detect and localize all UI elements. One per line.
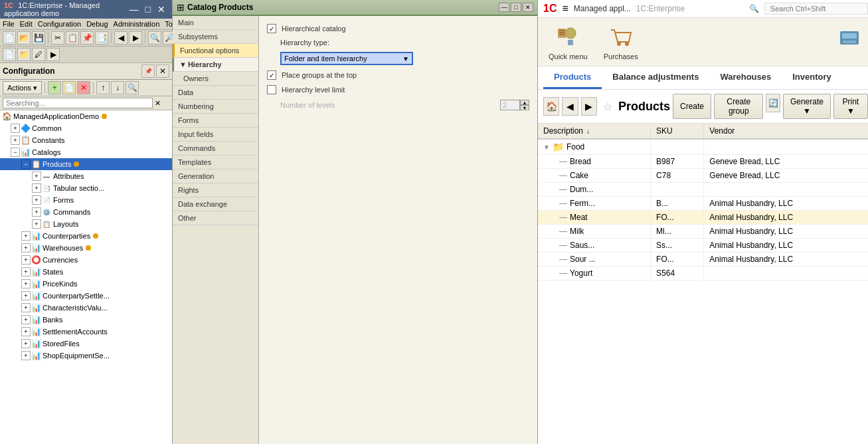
save-btn[interactable]: 💾 <box>32 31 45 45</box>
menu-administration[interactable]: Administration <box>114 20 160 28</box>
expand-counterpartysettle[interactable]: + <box>21 291 31 300</box>
tree-item-managed-app-demo[interactable]: 🏠 ManagedApplicationDemo <box>0 110 172 122</box>
search-btn[interactable]: 🔍 <box>148 31 161 45</box>
tab-subsystems[interactable]: Subsystems <box>173 30 258 44</box>
add-object-btn[interactable]: + <box>48 81 61 94</box>
expand-attributes[interactable]: + <box>32 171 41 181</box>
quick-menu-item[interactable]: Quick menu <box>549 23 588 60</box>
tb2-1[interactable]: 📄 <box>3 48 16 61</box>
create-group-btn[interactable]: Create group <box>714 94 763 119</box>
catalog-minimize-btn[interactable]: — <box>499 3 509 12</box>
expand-counterparties[interactable]: + <box>21 231 31 241</box>
tree-item-currencies[interactable]: + ⭕ Currencies <box>0 254 172 266</box>
tab-numbering[interactable]: Numbering <box>173 100 258 114</box>
place-groups-checkbox[interactable]: ✓ <box>267 70 276 80</box>
back-nav-btn[interactable]: ◀ <box>114 31 128 45</box>
close-btn[interactable]: ✕ <box>155 4 168 15</box>
generate-btn[interactable]: Generate ▼ <box>783 94 831 119</box>
open-btn[interactable]: 📂 <box>17 31 31 45</box>
tab-main[interactable]: Main <box>173 16 258 30</box>
tree-item-settlementaccounts[interactable]: + 📊 SettlementAccounts <box>0 326 172 338</box>
tree-item-commands-sub[interactable]: + ⚙️ Commands <box>0 206 172 218</box>
tab-owners[interactable]: Owners <box>173 72 258 86</box>
table-row[interactable]: — Bread B987 Geneve Bread, LLC <box>538 155 868 169</box>
nav-products-tab[interactable]: Products <box>543 66 602 89</box>
tb2-4[interactable]: ▶ <box>46 48 60 61</box>
hamburger-icon[interactable]: ≡ <box>562 3 568 15</box>
expand-characteristicvalu[interactable]: + <box>21 303 31 312</box>
tree-item-states[interactable]: + 📊 States <box>0 266 172 278</box>
create-btn[interactable]: Create <box>673 94 711 119</box>
tree-item-warehouses[interactable]: + 📊 Warehouses <box>0 242 172 254</box>
tb2-2[interactable]: 📁 <box>17 48 31 61</box>
menu-file[interactable]: File <box>3 20 15 28</box>
spin-down-btn[interactable]: ▼ <box>520 105 529 110</box>
tab-generation[interactable]: Generation <box>173 169 258 183</box>
tree-item-catalogs[interactable]: − 📊 Catalogs <box>0 146 172 158</box>
right-search-input[interactable] <box>764 3 868 15</box>
cash-register-item[interactable] <box>836 23 863 60</box>
table-row[interactable]: — Cake C78 Geneve Bread, LLC <box>538 169 868 183</box>
tab-rights[interactable]: Rights <box>173 183 258 197</box>
menu-debug[interactable]: Debug <box>86 20 108 28</box>
tree-item-counterparties[interactable]: + 📊 Counterparties <box>0 230 172 242</box>
catalog-close-btn[interactable]: ✕ <box>523 3 533 12</box>
tree-item-pricekinds[interactable]: + 📊 PriceKinds <box>0 278 172 290</box>
actions-dropdown-btn[interactable]: Actions ▾ <box>3 81 42 94</box>
paste-btn[interactable]: 📌 <box>80 31 94 45</box>
delete-btn[interactable]: ✕ <box>77 81 90 94</box>
expand-catalogs[interactable]: − <box>11 148 20 157</box>
table-row[interactable]: — Ferm... B... Animal Husbandry, LLC <box>538 197 868 211</box>
expand-commands-sub[interactable]: + <box>32 207 41 217</box>
cut-btn[interactable]: ✂ <box>51 31 64 45</box>
tree-item-characteristicvalu[interactable]: + 📊 CharacteristicValu... <box>0 302 172 314</box>
expand-currencies[interactable]: + <box>21 255 31 265</box>
maximize-btn[interactable]: □ <box>143 4 153 15</box>
catalog-maximize-btn[interactable]: □ <box>511 3 521 12</box>
tab-data[interactable]: Data <box>173 86 258 100</box>
tree-item-constants[interactable]: + 📋 Constants <box>0 134 172 146</box>
spin-up-btn[interactable]: ▲ <box>520 100 529 105</box>
tree-item-shopequipmentse[interactable]: + 📊 ShopEquipmentSe... <box>0 350 172 362</box>
paste2-btn[interactable]: 📑 <box>95 31 108 45</box>
home-nav-btn[interactable]: 🏠 <box>543 97 559 116</box>
col-sku[interactable]: SKU <box>651 124 704 139</box>
hierarchy-level-checkbox[interactable] <box>267 85 276 94</box>
nav-balance-tab[interactable]: Balance adjustments <box>602 66 709 89</box>
clear-search-btn[interactable]: ✕ <box>155 99 161 108</box>
table-row[interactable]: — Yogurt S564 <box>538 267 868 280</box>
expand-constants[interactable]: + <box>11 136 20 145</box>
table-row[interactable]: — Meat FO... Animal Husbandry, LLC <box>538 211 868 225</box>
table-row[interactable]: ▼ 📁 Food <box>538 139 868 155</box>
pin-btn[interactable]: 📌 <box>141 64 155 78</box>
move-up-btn[interactable]: ↑ <box>96 81 110 94</box>
purchases-item[interactable]: Purchases <box>604 23 638 60</box>
minimize-btn[interactable]: — <box>127 4 141 15</box>
config-search-input[interactable] <box>3 98 153 108</box>
expand-common[interactable]: + <box>11 124 20 133</box>
move-down-btn[interactable]: ↓ <box>111 81 124 94</box>
tab-forms[interactable]: Forms <box>173 114 258 128</box>
expand-settlementaccounts[interactable]: + <box>21 327 31 336</box>
expand-products[interactable]: − <box>21 160 31 169</box>
nav-inventory-tab[interactable]: Inventory <box>782 66 842 89</box>
tab-commands[interactable]: Commands <box>173 142 258 156</box>
forward-btn[interactable]: ▶ <box>581 97 597 116</box>
back-btn[interactable]: ◀ <box>562 97 578 116</box>
tab-input-fields[interactable]: Input fields <box>173 128 258 142</box>
table-row[interactable]: — Milk Ml... Animal Husbandry, LLC <box>538 225 868 239</box>
col-vendor[interactable]: Vendor <box>704 124 868 139</box>
expand-pricekinds[interactable]: + <box>21 279 31 288</box>
menu-edit[interactable]: Edit <box>20 20 33 28</box>
hierarchy-type-select[interactable]: Folder and item hierarchy ▼ <box>280 52 413 65</box>
hierarchical-catalog-checkbox[interactable]: ✓ <box>267 24 276 33</box>
col-description[interactable]: Description ↓ <box>538 124 651 139</box>
number-of-levels-input[interactable] <box>500 100 520 110</box>
find-btn[interactable]: 🔍 <box>126 81 139 94</box>
tree-item-storedfiles[interactable]: + 📊 StoredFiles <box>0 338 172 350</box>
tree-item-layouts[interactable]: + 📋 Layouts <box>0 218 172 230</box>
tab-data-exchange[interactable]: Data exchange <box>173 197 258 211</box>
tab-functional-options[interactable]: Functional options <box>173 44 258 58</box>
tb2-3[interactable]: 🖊 <box>32 48 45 61</box>
nav-warehouses-tab[interactable]: Warehouses <box>709 66 782 89</box>
